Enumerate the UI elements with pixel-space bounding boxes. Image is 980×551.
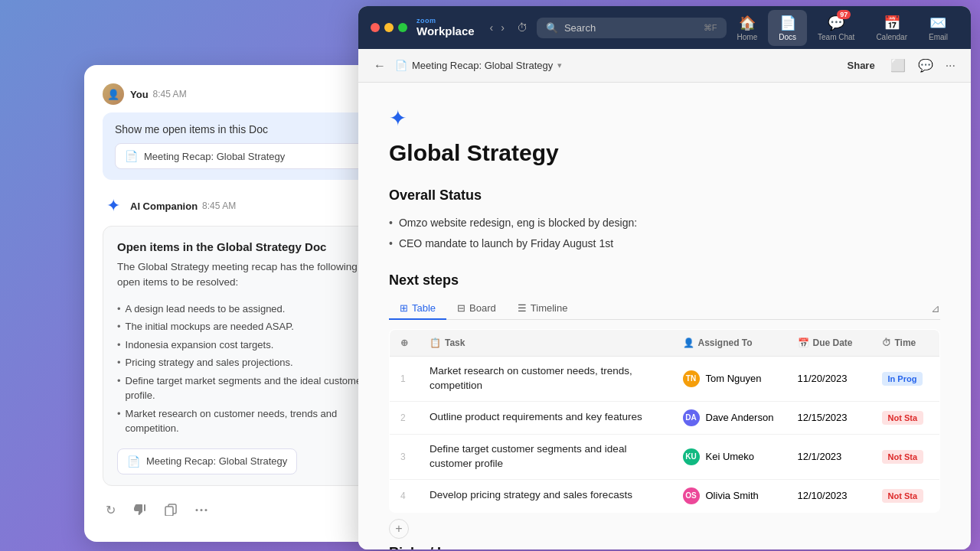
user-doc-ref[interactable]: 📄 Meeting Recap: Global Strategy [115, 143, 383, 169]
zoom-brand: zoom Workplace [416, 18, 475, 38]
timeline-tab-icon: ☰ [518, 302, 527, 314]
ai-items-list: A design lead needs to be assigned.The i… [117, 300, 381, 438]
back-arrow-button[interactable]: ‹ [487, 18, 497, 37]
ai-list-item: The initial mockups are needed ASAP. [117, 318, 381, 336]
search-bar[interactable]: 🔍 Search ⌘F [537, 18, 727, 38]
email-nav-label: Email [929, 33, 948, 41]
view-tab-table[interactable]: ⊞Table [389, 298, 446, 320]
status-cell: In Prog [871, 357, 940, 402]
next-steps-title: Next steps [389, 272, 940, 289]
col-assigned-header: 👤 Assigned To [672, 330, 787, 357]
task-name: Develop pricing strategy and sales forec… [419, 479, 672, 512]
ai-message-meta: AI Companion 8:45 AM [130, 201, 236, 212]
nav-item-calendar[interactable]: 📅Calendar [865, 10, 918, 46]
status-cell: Not Sta [871, 434, 940, 479]
nav-item-docs[interactable]: 📄Docs [768, 10, 807, 46]
user-message-header: 👤 You 8:45 AM [103, 83, 395, 105]
minimize-window-button[interactable] [384, 23, 394, 32]
assignee-cell: DA Dave Anderson [672, 401, 787, 434]
doc-ai-star-icon: ✦ [389, 106, 940, 131]
overall-status-list: Omzo website redesign, eng is blocked by… [389, 213, 940, 254]
forward-arrow-button[interactable]: › [498, 18, 508, 37]
thumbsdown-button[interactable] [131, 500, 149, 519]
breadcrumb-dropdown-icon[interactable]: ▾ [557, 60, 562, 70]
search-text: Search [564, 22, 596, 34]
calendar-nav-icon: 📅 [884, 15, 900, 31]
ai-doc-ref[interactable]: 📄 Meeting Recap: Global Strategy [117, 448, 297, 474]
svg-point-4 [201, 509, 203, 511]
due-date: 12/1/2023 [787, 434, 871, 479]
table-row[interactable]: 2 Outline product requirements and key f… [390, 401, 940, 434]
due-date: 11/20/2023 [787, 357, 871, 402]
svg-point-3 [196, 509, 198, 511]
nav-item-home[interactable]: 🏠Home [727, 10, 769, 46]
due-date: 12/15/2023 [787, 401, 871, 434]
row-num: 2 [390, 401, 420, 434]
svg-rect-2 [165, 507, 173, 516]
ai-list-item: Indonesia expansion cost targets. [117, 336, 381, 354]
view-tab-board[interactable]: ⊟Board [446, 298, 507, 320]
maximize-window-button[interactable] [398, 23, 407, 32]
doc-breadcrumb: 📄 Meeting Recap: Global Strategy ▾ [395, 60, 562, 71]
ai-list-item: A design lead needs to be assigned. [117, 300, 381, 318]
filter-button[interactable]: ⊿ [931, 302, 940, 315]
nav-item-email[interactable]: ✉️Email [918, 10, 959, 46]
refresh-button[interactable]: ↻ [103, 500, 119, 520]
task-name: Market research on customer needs, trend… [419, 357, 672, 402]
calendar-nav-label: Calendar [876, 33, 907, 41]
ai-companion-icon: ✦ [103, 195, 124, 217]
risks-section: Risks / Issues A design lead needs to be… [389, 545, 940, 549]
assignee-name: Kei Umeko [706, 451, 755, 462]
search-icon: 🔍 [546, 22, 558, 34]
search-shortcut: ⌘F [704, 23, 717, 33]
svg-point-5 [205, 509, 207, 511]
teamchat-badge: 97 [837, 10, 851, 19]
user-message-meta: You 8:45 AM [130, 89, 187, 100]
table-row[interactable]: 3 Define target customer segments and id… [390, 434, 940, 479]
back-button[interactable]: ← [371, 56, 389, 76]
table-row[interactable]: 1 Market research on customer needs, tre… [390, 357, 940, 402]
assignee-avatar: DA [683, 409, 700, 426]
doc-main-title: Global Strategy [389, 140, 940, 166]
more-button[interactable] [192, 505, 211, 515]
assignee-avatar: OS [683, 487, 700, 504]
history-button[interactable]: ⏱ [514, 18, 531, 37]
ai-bubble-intro: The Global Strategy meeting recap has th… [117, 259, 381, 291]
svg-rect-0 [144, 504, 145, 511]
tasks-table-body: 1 Market research on customer needs, tre… [390, 357, 940, 513]
share-button[interactable]: Share [841, 57, 881, 74]
teamchat-icon-wrapper: 💬97 [828, 15, 844, 31]
home-nav-icon: 🏠 [739, 15, 756, 31]
ai-list-item: Market research on customer needs, trend… [117, 405, 381, 438]
user-doc-ref-label: Meeting Recap: Global Strategy [144, 151, 285, 162]
table-header-row: ⊕ 📋 Task 👤 Assigned To 📅 Due Date ⏱ Time [390, 330, 940, 357]
board-tab-icon: ⊟ [457, 302, 466, 314]
comment-button[interactable]: 💬 [915, 55, 936, 76]
assignee-avatar: KU [683, 448, 700, 465]
copy-button[interactable] [162, 500, 180, 519]
timeline-tab-label: Timeline [531, 302, 568, 314]
ai-sender-name: AI Companion [130, 201, 198, 212]
user-bubble: Show me open items in this Doc 📄 Meeting… [103, 112, 395, 180]
overall-status-item: CEO mandate to launch by Friday August 1… [389, 233, 940, 254]
tasks-table: ⊕ 📋 Task 👤 Assigned To 📅 Due Date ⏱ Time [389, 329, 940, 513]
col-due-header: 📅 Due Date [787, 330, 871, 357]
status-cell: Not Sta [871, 401, 940, 434]
add-row-button[interactable]: + [389, 519, 409, 539]
zoom-product-name: Workplace [416, 24, 475, 38]
more-options-button[interactable]: ··· [942, 56, 959, 76]
due-date: 12/10/2023 [787, 479, 871, 512]
present-button[interactable]: ⬜ [887, 55, 909, 76]
doc-breadcrumb-icon: 📄 [395, 60, 407, 71]
status-badge: Not Sta [882, 450, 924, 464]
status-cell: Not Sta [871, 479, 940, 512]
ai-bubble: Open items in the Global Strategy Doc Th… [103, 226, 395, 486]
docs-nav-icon: 📄 [779, 15, 796, 31]
nav-item-teamchat[interactable]: 💬97Team Chat [807, 10, 865, 46]
close-window-button[interactable] [371, 23, 380, 32]
ai-message-header: ✦ AI Companion 8:45 AM [103, 195, 395, 217]
row-num: 4 [390, 479, 420, 512]
table-row[interactable]: 4 Develop pricing strategy and sales for… [390, 479, 940, 512]
view-tab-timeline[interactable]: ☰Timeline [507, 298, 579, 320]
row-num: 3 [390, 434, 420, 479]
